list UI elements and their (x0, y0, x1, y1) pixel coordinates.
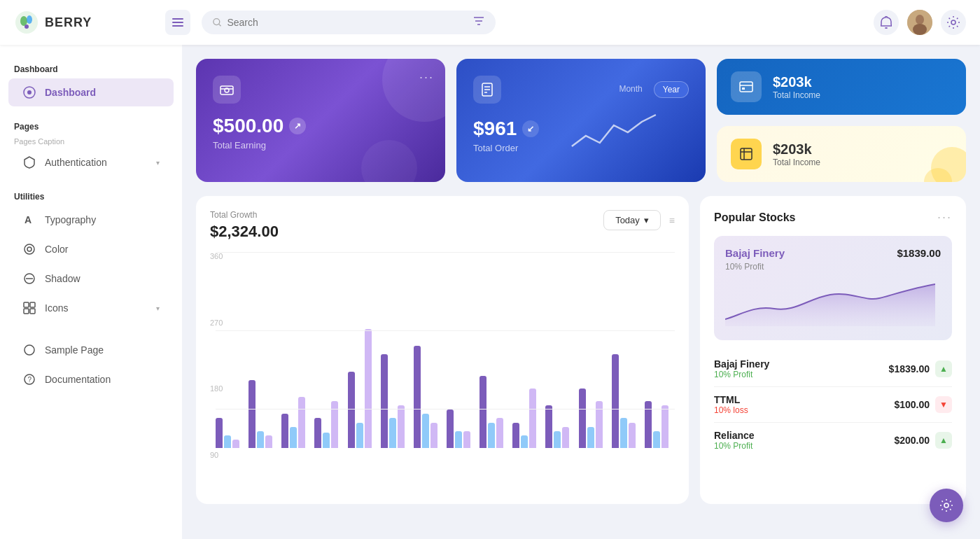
chart-menu-icon[interactable]: ≡ (669, 215, 675, 226)
chart-header: Total Growth $2,324.00 Today ▾ ≡ (210, 210, 675, 241)
trend-up-icon: ▲ (935, 360, 952, 377)
bar (596, 401, 603, 448)
income-yellow-label: Total Income (773, 158, 820, 167)
bar (653, 431, 660, 448)
menu-button[interactable] (165, 10, 190, 35)
bar (257, 431, 264, 448)
avatar[interactable] (907, 10, 932, 35)
color-icon (22, 242, 36, 256)
bar-group (579, 388, 609, 448)
bar (323, 433, 330, 448)
dashboard-icon (22, 85, 36, 99)
bar (587, 427, 594, 448)
search-input[interactable] (227, 17, 468, 28)
svg-line-8 (219, 24, 221, 27)
bar-group (414, 346, 444, 448)
bar-group (381, 354, 411, 448)
featured-stock: Bajaj Finery $1839.00 10% Profit (714, 236, 952, 340)
logo-icon (14, 10, 39, 35)
sidebar-item-documentation[interactable]: ? Documentation (8, 365, 174, 393)
bar (521, 435, 528, 448)
auth-chevron-icon: ▾ (156, 159, 160, 167)
bar-group (612, 354, 642, 448)
bar (331, 401, 338, 448)
icons-chevron-icon: ▾ (156, 304, 160, 312)
fab-button[interactable] (930, 489, 963, 522)
sidebar-section-pages: Pages (0, 116, 182, 134)
order-tabs: Month Year (610, 81, 689, 98)
svg-rect-5 (172, 22, 183, 23)
bar (662, 405, 668, 448)
income-blue-label: Total Income (773, 90, 820, 100)
sidebar-item-icons[interactable]: Icons ▾ (8, 294, 174, 322)
sidebar-item-dashboard[interactable]: Dashboard (8, 78, 174, 106)
sidebar-section-utilities: Utilities (0, 186, 182, 204)
sidebar-item-auth-label: Authentication (45, 157, 148, 168)
featured-stock-name: Bajaj Finery (725, 247, 785, 259)
stock-price: $200.00 (894, 435, 930, 446)
tab-year[interactable]: Year (654, 81, 689, 98)
bar (314, 418, 321, 448)
bar (265, 435, 272, 448)
settings-button[interactable] (941, 10, 966, 35)
svg-point-21 (27, 247, 31, 251)
order-header: Month Year (473, 76, 689, 104)
order-card: Month Year $961 ↙ Total Order (456, 59, 706, 182)
sidebar-item-typography[interactable]: A Typography (8, 206, 174, 234)
search-bar (202, 10, 496, 34)
filter-icon[interactable] (473, 16, 484, 29)
svg-rect-31 (220, 86, 233, 94)
bar (298, 397, 305, 448)
earning-card-icon (213, 76, 241, 104)
notification-button[interactable] (874, 10, 899, 35)
earning-label: Total Earning (213, 140, 428, 150)
logo-text: BERRY (45, 15, 92, 30)
income-yellow-amount: $203k (773, 141, 820, 158)
auth-icon (22, 155, 36, 169)
stock-name: Bajaj Finery (714, 358, 769, 370)
svg-point-16 (951, 20, 955, 24)
bar (224, 435, 231, 448)
sidebar-item-shadow[interactable]: Shadow (8, 265, 174, 293)
svg-point-15 (913, 24, 927, 35)
income-blue-card: $203k Total Income (717, 59, 966, 115)
bar (620, 418, 627, 448)
stock-price: $1839.00 (889, 363, 930, 374)
main-content: ··· $500.00 ↗ Total Earning Month Year (182, 45, 980, 539)
svg-text:?: ? (28, 376, 32, 384)
bar-group (545, 405, 575, 448)
svg-point-3 (24, 24, 29, 29)
stocks-title: Popular Stocks (714, 211, 795, 224)
bar (463, 431, 470, 448)
sidebar-item-authentication[interactable]: Authentication ▾ (8, 148, 174, 176)
svg-rect-41 (741, 148, 752, 160)
bar (479, 376, 486, 448)
bar (232, 440, 239, 448)
bar (645, 401, 652, 448)
stock-change: 10% loss (714, 405, 748, 415)
today-button[interactable]: Today ▾ (603, 210, 661, 230)
bar-chart-card: Total Growth $2,324.00 Today ▾ ≡ (196, 196, 689, 504)
featured-stock-chart (725, 277, 935, 326)
sidebar-item-color[interactable]: Color (8, 235, 174, 263)
bar (612, 354, 619, 448)
tab-month[interactable]: Month (610, 81, 650, 98)
earning-card-more[interactable]: ··· (419, 70, 434, 85)
typography-icon: A (22, 213, 36, 227)
svg-rect-25 (30, 302, 35, 307)
bar-group (645, 401, 675, 448)
bar (545, 405, 552, 448)
bar-group (447, 410, 477, 448)
bar (529, 388, 536, 448)
order-wave-chart (539, 111, 689, 153)
bar (281, 414, 288, 448)
bar (488, 423, 495, 448)
svg-text:A: A (24, 214, 31, 225)
stocks-more-icon[interactable]: ··· (937, 210, 952, 225)
bar (512, 423, 519, 448)
sidebar-section-dashboard: Dashboard (0, 59, 182, 77)
pages-caption: Pages Caption (0, 134, 182, 147)
stock-price: $100.00 (894, 399, 930, 410)
bar (389, 418, 396, 448)
sidebar-item-sample-page[interactable]: Sample Page (8, 336, 174, 364)
